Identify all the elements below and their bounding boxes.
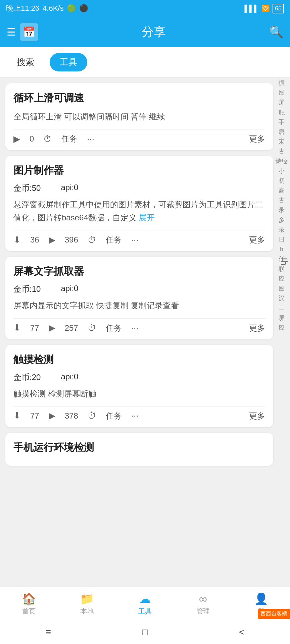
more-icon-2[interactable]: ··· [131,235,139,245]
more-text-3[interactable]: 更多 [249,323,265,333]
sys-nav-back[interactable]: < [239,627,244,638]
download-count-4: 77 [30,411,39,421]
task-label-3[interactable]: 任务 [106,323,122,333]
index-应2[interactable]: 应 [279,323,285,332]
index-联[interactable]: 联 [279,265,285,274]
nav-home[interactable]: 🏠 首页 [0,592,58,616]
index-录2[interactable]: 录 [279,225,285,234]
nav-tools[interactable]: ☁ 工具 [116,592,174,616]
task-label-1[interactable]: 任务 [61,133,78,144]
content-area: 循环上滑可调速 全局循环上滑 可以调整间隔时间 暂停 继续 ▶ 0 ⏱ 任务 ·… [0,78,290,471]
tab-tools[interactable]: 工具 [50,53,87,71]
index-手[interactable]: 手 [279,118,285,127]
tab-search[interactable]: 搜索 [7,53,44,71]
card-desc-1: 全局循环上滑 可以调整间隔时间 暂停 继续 [13,110,265,123]
nav-local-label: 本地 [80,607,94,616]
play-count-1: 0 [30,134,34,144]
card-title-2: 图片制作器 [13,164,265,177]
calendar-icon: 📅 [23,26,35,38]
index-二[interactable]: 二 [279,304,285,313]
index-小[interactable]: 小 [279,167,285,176]
index-图[interactable]: 图 [279,88,285,97]
play-icon-2[interactable]: ▶ [49,235,55,245]
index-触[interactable]: 触 [279,108,285,117]
index-屏[interactable]: 屏 [279,98,285,107]
card-desc-4: 触摸检测 检测屏幕断触 [13,387,265,400]
play-icon-1[interactable]: ▶ [13,134,20,144]
card-image-maker: 图片制作器 金币:50 api:0 悬浮窗截屏制作工具中使用的图片素材，可裁剪图… [5,156,273,251]
card-loop-scroll: 循环上滑可调速 全局循环上滑 可以调整间隔时间 暂停 继续 ▶ 0 ⏱ 任务 ·… [5,83,273,150]
index-初[interactable]: 初 [279,176,285,185]
index-录[interactable]: 录 [279,206,285,215]
card-actions-4: ⬇ 77 ▶ 378 ⏱ 任务 ··· 更多 [13,406,265,421]
index-循[interactable]: 循 [279,78,285,88]
bottom-nav: 🏠 首页 📁 本地 ☁ 工具 ∞ 管理 👤 我 [0,587,290,621]
ih-text: Ih [279,258,289,265]
home-icon: 🏠 [22,592,36,605]
card-desc-3: 屏幕内显示的文字抓取 快捷复制 复制记录查看 [13,299,265,312]
sys-nav-home[interactable]: □ [142,627,148,638]
coins-label-3: 金币:10 [13,284,41,294]
watermark: 西西台客端 [258,609,290,619]
nav-local[interactable]: 📁 本地 [58,592,116,616]
index-图2[interactable]: 图 [279,284,285,293]
index-屏2[interactable]: 屏 [279,314,285,323]
task-label-4[interactable]: 任务 [106,411,122,421]
index-日[interactable]: 日 [279,235,285,244]
more-icon-4[interactable]: ··· [131,411,139,421]
page-title: 分享 [142,24,166,40]
index-唐[interactable]: 唐 [279,127,285,137]
task-label-2[interactable]: 任务 [106,234,122,245]
app-header: ☰ 📅 分享 🔍 [0,17,290,47]
index-多[interactable]: 多 [279,216,285,225]
index-h[interactable]: h [280,245,283,254]
index-古2[interactable]: 古 [279,196,285,205]
card-desc-2: 悬浮窗截屏制作工具中使用的图片素材，可裁剪图片为工具识别图片二值化，图片转bas… [13,198,265,224]
header-left: ☰ 📅 [7,23,38,41]
hamburger-icon[interactable]: ☰ [7,26,16,38]
timer-icon-2[interactable]: ⏱ [88,235,96,245]
calendar-button[interactable]: 📅 [20,23,38,41]
more-text-2[interactable]: 更多 [249,234,265,245]
timer-icon-3[interactable]: ⏱ [88,323,96,333]
sys-nav-menu[interactable]: ≡ [46,627,51,638]
index-宋[interactable]: 宋 [279,137,285,146]
more-text-4[interactable]: 更多 [249,411,265,421]
card-actions-2: ⬇ 36 ▶ 396 ⏱ 任务 ··· 更多 [13,230,265,245]
search-icon[interactable]: 🔍 [269,25,283,39]
index-诗经[interactable]: 诗经 [276,157,288,166]
nav-home-label: 首页 [22,607,36,616]
local-icon: 📁 [80,592,94,605]
status-right: ▌▌▌ 🛜 65 [244,4,284,13]
more-icon-1[interactable]: ··· [87,134,94,144]
status-left: 晚上11:26 4.6K/s 🟢 ⚫ [6,3,88,13]
card-screen-text: 屏幕文字抓取器 金币:10 api:0 屏幕内显示的文字抓取 快捷复制 复制记录… [5,257,273,339]
index-汉[interactable]: 汉 [279,294,285,303]
card-title-4: 触摸检测 [13,353,265,367]
nav-manage[interactable]: ∞ 管理 [174,592,232,616]
index-高[interactable]: 高 [279,186,285,195]
expand-link-2[interactable]: 展开 [139,213,155,222]
timer-icon-1[interactable]: ⏱ [43,134,52,144]
play-count-3: 257 [65,323,78,333]
wifi-icon: 🛜 [261,4,270,12]
play-icon-4[interactable]: ▶ [49,411,55,421]
status-time: 晚上11:26 [6,3,39,13]
api-label-3: api:0 [61,284,78,294]
download-icon-2[interactable]: ⬇ [13,235,21,245]
download-icon-3[interactable]: ⬇ [13,323,21,333]
card-actions-3: ⬇ 77 ▶ 257 ⏱ 任务 ··· 更多 [13,318,265,333]
play-icon-3[interactable]: ▶ [49,323,55,333]
card-env-detect: 手机运行环境检测 [5,433,273,466]
index-古[interactable]: 古 [279,147,285,156]
more-text-1[interactable]: 更多 [249,133,265,144]
system-nav: ≡ □ < [0,621,290,644]
card-title-5: 手机运行环境检测 [13,441,265,454]
play-count-4: 378 [65,411,78,421]
download-icon-4[interactable]: ⬇ [13,411,21,421]
coins-label-2: 金币:50 [13,183,41,194]
more-icon-3[interactable]: ··· [131,323,139,333]
timer-icon-4[interactable]: ⏱ [88,411,96,421]
card-list: 循环上滑可调速 全局循环上滑 可以调整间隔时间 暂停 继续 ▶ 0 ⏱ 任务 ·… [5,83,290,466]
index-应[interactable]: 应 [279,274,285,283]
